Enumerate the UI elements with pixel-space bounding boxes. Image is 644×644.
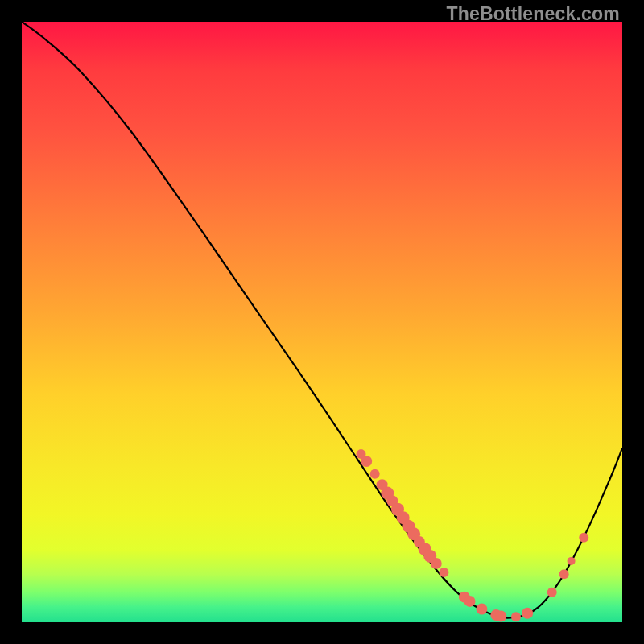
curve-marker: [476, 604, 487, 615]
curve-marker: [579, 533, 588, 543]
chart-svg: [22, 22, 622, 622]
curve-markers: [356, 449, 588, 621]
curve-marker: [568, 557, 576, 565]
curve-marker: [559, 569, 569, 579]
curve-marker: [511, 612, 521, 621]
curve-marker: [547, 588, 557, 597]
curve-marker: [522, 608, 533, 619]
curve-marker: [431, 558, 442, 569]
curve-marker: [464, 596, 476, 607]
curve-marker: [370, 469, 380, 479]
curve-marker: [495, 611, 506, 622]
curve-marker: [361, 456, 372, 467]
curve-marker: [439, 568, 448, 577]
bottleneck-curve: [22, 22, 622, 618]
